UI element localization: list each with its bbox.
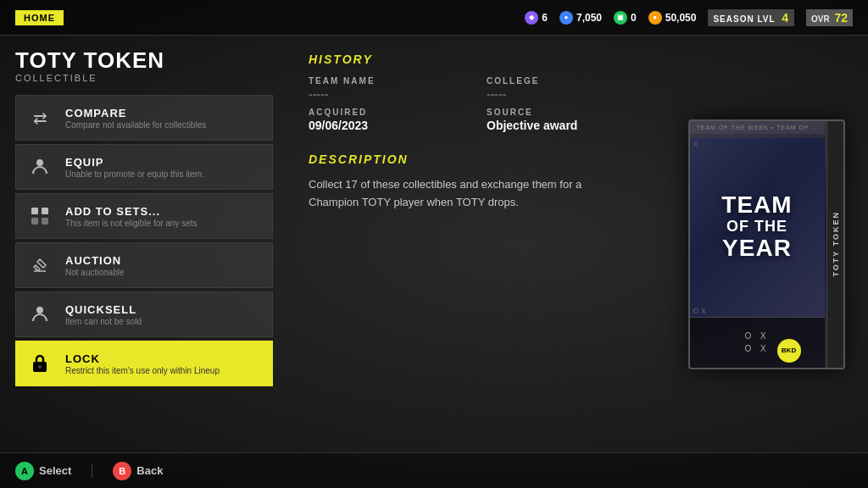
- source-group: SOURCE Objective award: [487, 108, 644, 132]
- menu-item-add-to-sets[interactable]: ADD TO SETS... This item is not eligible…: [15, 193, 273, 239]
- menu-item-equip[interactable]: EQUIP Unable to promote or equip this it…: [15, 144, 273, 190]
- blue-stat: ● 7,050: [559, 11, 602, 25]
- lock-icon: [25, 348, 55, 379]
- home-badge[interactable]: HOME: [15, 10, 64, 25]
- purple-icon: ◆: [525, 11, 538, 25]
- menu-item-lock[interactable]: LOCK Restrict this item's use only withi…: [15, 341, 273, 386]
- purple-value: 6: [542, 12, 548, 24]
- lock-desc: Restrict this item's use only within Lin…: [65, 366, 220, 375]
- svg-point-7: [38, 365, 42, 369]
- card-main-text: TEAM OF THE YEAR: [721, 192, 792, 261]
- svg-point-5: [36, 307, 43, 313]
- center-panel: HISTORY TEAM NAME ----- COLLEGE ----- AC…: [288, 36, 665, 452]
- menu-item-compare[interactable]: ⇄ COMPARE Compare not available for coll…: [15, 95, 273, 141]
- auction-text: AUCTION Not auctionable: [65, 254, 125, 277]
- quicksell-desc: Item can not be sold: [65, 317, 142, 326]
- back-action[interactable]: B Back: [113, 462, 163, 480]
- auction-desc: Not auctionable: [65, 268, 125, 277]
- toty-token-card: TEAM OF THE WEEK • TEAM OF THE WEEK • TE…: [688, 119, 845, 369]
- card-corner-bl: O X: [693, 307, 707, 315]
- equip-label: EQUIP: [65, 156, 204, 169]
- season-badge: SEASON LVL 4: [708, 9, 794, 26]
- card-side-label: TOTY TOKEN: [826, 121, 845, 368]
- card-symbols-2: O X: [744, 344, 769, 353]
- green-icon: ▣: [614, 11, 627, 25]
- a-button[interactable]: A: [15, 462, 34, 480]
- card-bottom-logo: BKD: [777, 339, 801, 363]
- ovr-value: 72: [834, 11, 848, 25]
- team-name-label: TEAM NAME: [309, 76, 466, 86]
- item-title: TOTY TOKEN: [15, 49, 273, 71]
- top-bar: HOME ◆ 6 ● 7,050 ▣ 0 ● 50,050 SEASON LVL…: [0, 0, 868, 36]
- add-to-sets-icon: [25, 201, 55, 231]
- card-main-visual: TEAM OF THE YEAR: [690, 138, 825, 317]
- svg-point-0: [36, 159, 43, 166]
- card-body: TEAM OF THE WEEK • TEAM OF THE WEEK • TE…: [688, 119, 845, 369]
- blue-icon: ●: [559, 11, 573, 25]
- source-value: Objective award: [487, 119, 644, 132]
- compare-desc: Compare not available for collectibles: [65, 120, 206, 130]
- card-line2: OF THE: [721, 219, 792, 236]
- ovr-badge: OVR 72: [806, 9, 853, 26]
- purple-stat: ◆ 6: [525, 11, 548, 25]
- quicksell-icon: [25, 299, 55, 330]
- auction-icon: [25, 250, 55, 280]
- left-panel: TOTY TOKEN COLLECTIBLE ⇄ COMPARE Compare…: [0, 36, 288, 452]
- gold-value: 50,050: [665, 12, 697, 24]
- app-container: HOME ◆ 6 ● 7,050 ▣ 0 ● 50,050 SEASON LVL…: [0, 0, 868, 488]
- equip-desc: Unable to promote or equip this item.: [65, 169, 204, 179]
- description-title: DESCRIPTION: [309, 152, 644, 166]
- team-name-group: TEAM NAME -----: [309, 76, 466, 101]
- season-number: 4: [782, 11, 789, 25]
- svg-rect-1: [31, 208, 38, 214]
- svg-rect-3: [31, 218, 38, 225]
- compare-label: COMPARE: [65, 107, 206, 119]
- gold-stat: ● 50,050: [648, 11, 697, 25]
- source-label: SOURCE: [487, 108, 644, 117]
- bottom-divider: [92, 464, 92, 478]
- card-bottom: O X O X BKD: [690, 317, 825, 368]
- b-button[interactable]: B: [113, 462, 131, 480]
- right-panel: TEAM OF THE WEEK • TEAM OF THE WEEK • TE…: [665, 36, 868, 452]
- card-symbols-1: O X: [744, 331, 769, 341]
- quicksell-text: QUICKSELL Item can not be sold: [65, 303, 142, 326]
- bottom-bar: A Select B Back: [0, 452, 868, 488]
- acquired-value: 09/06/2023: [309, 119, 466, 132]
- green-value: 0: [631, 12, 637, 24]
- card-corner-tl: X: [693, 140, 698, 148]
- back-label: Back: [136, 464, 163, 477]
- card-line1: TEAM: [721, 191, 792, 218]
- acquired-group: ACQUIRED 09/06/2023: [309, 108, 466, 132]
- menu-list: ⇄ COMPARE Compare not available for coll…: [15, 95, 273, 386]
- add-to-sets-desc: This item is not eligible for any sets: [65, 219, 198, 228]
- equip-icon: [25, 152, 55, 182]
- menu-item-auction[interactable]: AUCTION Not auctionable: [15, 242, 273, 288]
- select-label: Select: [39, 464, 71, 477]
- description-text: Collect 17 of these collectibles and exc…: [309, 176, 614, 212]
- compare-icon: ⇄: [25, 103, 55, 133]
- history-title: HISTORY: [309, 53, 644, 66]
- card-top-ribbon: TEAM OF THE WEEK • TEAM OF THE WEEK • TE…: [690, 121, 825, 134]
- lock-label: LOCK: [65, 352, 220, 365]
- lock-text: LOCK Restrict this item's use only withi…: [65, 352, 220, 375]
- card-side-text: TOTY TOKEN: [832, 211, 840, 277]
- ovr-label: OVR: [811, 14, 830, 24]
- team-name-value: -----: [309, 87, 466, 101]
- add-to-sets-text: ADD TO SETS... This item is not eligible…: [65, 205, 198, 228]
- quicksell-label: QUICKSELL: [65, 303, 142, 316]
- auction-label: AUCTION: [65, 254, 125, 267]
- season-label: SEASON LVL: [713, 14, 775, 24]
- svg-rect-2: [42, 208, 48, 214]
- add-to-sets-label: ADD TO SETS...: [65, 205, 198, 218]
- compare-text: COMPARE Compare not available for collec…: [65, 107, 206, 130]
- college-value: -----: [487, 87, 644, 101]
- college-group: COLLEGE -----: [487, 76, 644, 101]
- main-content: TOTY TOKEN COLLECTIBLE ⇄ COMPARE Compare…: [0, 36, 868, 452]
- equip-text: EQUIP Unable to promote or equip this it…: [65, 156, 204, 179]
- gold-icon: ●: [648, 11, 662, 25]
- blue-value: 7,050: [576, 12, 602, 24]
- college-label: COLLEGE: [487, 76, 644, 86]
- select-action[interactable]: A Select: [15, 462, 71, 480]
- menu-item-quicksell[interactable]: QUICKSELL Item can not be sold: [15, 291, 273, 337]
- item-subtitle: COLLECTIBLE: [15, 73, 273, 83]
